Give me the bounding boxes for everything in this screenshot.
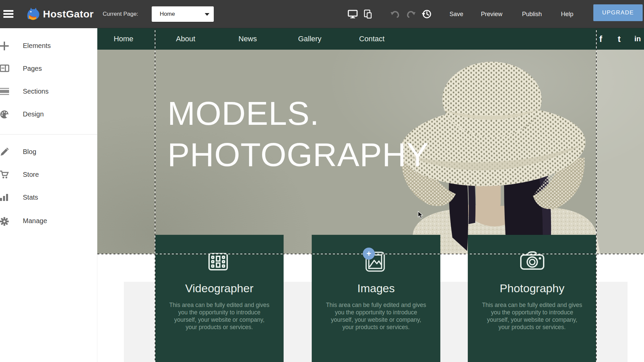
card-body: This area can be fully edited and gives … (168, 301, 270, 331)
editor-sidebar: Elements Pages Sections Design Blog Stor… (0, 28, 97, 362)
linkedin-icon[interactable]: in (634, 28, 641, 50)
section-guide-right (596, 28, 597, 362)
hero-heading[interactable]: MODELS. PHOTOGRAPHY (167, 93, 429, 175)
card-title: Photography (468, 282, 596, 295)
undo-icon[interactable] (388, 7, 402, 21)
site-nav-gallery[interactable]: Gallery (298, 28, 321, 50)
pages-icon (0, 64, 10, 73)
site-navbar: Home About News Gallery Contact f t in (97, 28, 644, 50)
mobile-view-icon[interactable] (361, 7, 375, 21)
sidebar-item-stats[interactable]: Stats (0, 191, 97, 204)
sidebar-label: Elements (23, 39, 51, 52)
camera-icon (519, 250, 546, 274)
sidebar-label: Blog (23, 145, 36, 158)
site-editor-canvas: Home About News Gallery Contact f t in (97, 28, 644, 362)
sidebar-label: Stats (23, 191, 38, 204)
sidebar-item-elements[interactable]: Elements (0, 39, 97, 52)
section-guide-left (155, 28, 155, 362)
plus-icon (0, 42, 10, 50)
brand-name: HostGator (43, 8, 94, 20)
sidebar-item-manage[interactable]: Manage (0, 214, 97, 227)
site-nav-news[interactable]: News (238, 28, 257, 50)
site-nav-about[interactable]: About (176, 28, 195, 50)
hero-section[interactable]: MODELS. PHOTOGRAPHY (97, 50, 644, 254)
mouse-cursor (418, 211, 425, 219)
hamburger-menu-icon[interactable] (3, 10, 13, 18)
gator-mascot-icon (25, 6, 40, 22)
redo-icon[interactable] (404, 7, 418, 21)
save-button[interactable]: Save (449, 0, 463, 28)
help-button[interactable]: Help (561, 0, 573, 28)
sidebar-item-store[interactable]: Store (0, 168, 97, 181)
current-page-label: Current Page: (103, 0, 138, 28)
publish-button[interactable]: Publish (522, 0, 542, 28)
sidebar-label: Manage (23, 214, 47, 227)
card-body: This area can be fully edited and gives … (481, 301, 583, 331)
sidebar-label: Store (23, 168, 39, 181)
facebook-icon[interactable]: f (599, 28, 602, 50)
cart-icon (0, 170, 10, 179)
upgrade-button[interactable]: UPGRADE (593, 4, 643, 21)
editor-topbar: HostGator Current Page: Home Save Previe… (0, 0, 644, 28)
preview-button[interactable]: Preview (481, 0, 502, 28)
page-select-value: Home (160, 6, 175, 22)
page-select-dropdown[interactable]: Home (152, 6, 214, 22)
sidebar-label: Design (23, 107, 44, 121)
site-nav-home[interactable]: Home (114, 28, 134, 50)
add-image-button[interactable]: + (363, 248, 375, 260)
card-title: Videographer (155, 282, 284, 295)
site-nav-contact[interactable]: Contact (359, 28, 385, 50)
film-icon (206, 250, 233, 274)
hero-wall-highlight (596, 50, 644, 254)
hero-heading-line2: PHOTOGRAPHY (167, 134, 429, 175)
sidebar-item-design[interactable]: Design (0, 107, 97, 121)
history-icon[interactable] (420, 7, 433, 21)
card-title: Images (312, 282, 440, 295)
pencil-icon (0, 148, 10, 156)
sidebar-item-sections[interactable]: Sections (0, 85, 97, 98)
chevron-down-icon (205, 13, 209, 16)
sidebar-item-blog[interactable]: Blog (0, 145, 97, 158)
bar-chart-icon (0, 193, 10, 202)
twitter-icon[interactable]: t (618, 28, 621, 50)
sidebar-label: Sections (23, 85, 49, 98)
sidebar-label: Pages (23, 62, 42, 75)
sidebar-divider (0, 134, 97, 135)
hostgator-logo: HostGator (25, 6, 94, 22)
sections-icon (0, 87, 10, 96)
card-body: This area can be fully edited and gives … (325, 301, 427, 331)
palette-icon (0, 110, 10, 119)
hero-heading-line1: MODELS. (167, 93, 429, 134)
gear-icon (0, 217, 10, 225)
sidebar-item-pages[interactable]: Pages (0, 62, 97, 75)
desktop-view-icon[interactable] (346, 7, 359, 21)
